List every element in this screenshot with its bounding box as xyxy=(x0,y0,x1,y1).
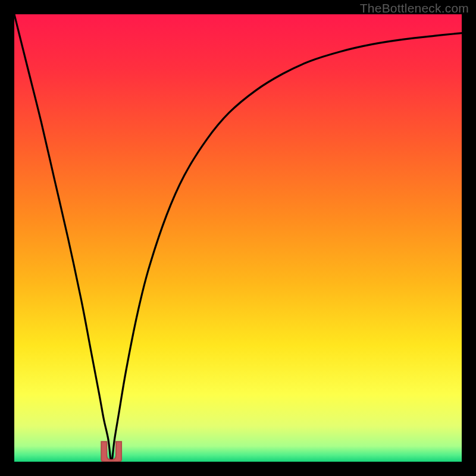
chart-frame xyxy=(14,14,462,462)
watermark-text: TheBottleneck.com xyxy=(360,1,469,15)
gradient-background xyxy=(14,14,462,462)
bottleneck-chart xyxy=(14,14,462,462)
